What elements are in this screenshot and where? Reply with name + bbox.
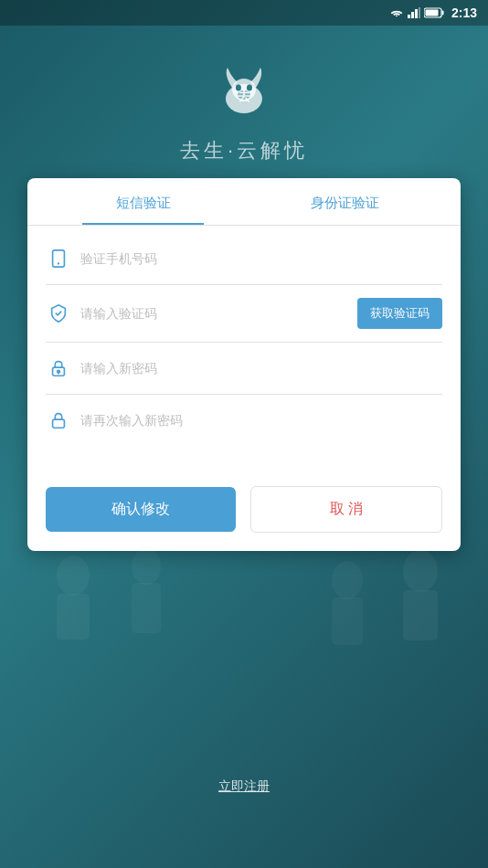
app-name: 去生·云解忧 bbox=[180, 137, 308, 164]
svg-rect-18 bbox=[332, 598, 363, 645]
status-icons: 2:13 bbox=[389, 5, 477, 20]
svg-rect-26 bbox=[53, 419, 65, 428]
tab-id-verify[interactable]: 身份证验证 bbox=[244, 178, 446, 225]
new-password-input[interactable] bbox=[80, 361, 442, 376]
newpass-field-row bbox=[46, 343, 442, 395]
svg-rect-16 bbox=[132, 583, 161, 633]
shield-icon bbox=[46, 301, 71, 326]
svg-rect-0 bbox=[408, 15, 410, 18]
svg-point-17 bbox=[332, 561, 363, 599]
phone-icon bbox=[46, 246, 71, 271]
wifi-icon bbox=[389, 7, 404, 18]
register-link[interactable]: 立即注册 bbox=[218, 778, 270, 795]
action-buttons: 确认修改 取 消 bbox=[27, 464, 461, 551]
tab-bar: 短信验证 身份证验证 bbox=[27, 178, 461, 226]
confirm-password-input[interactable] bbox=[80, 413, 442, 428]
signal-icon bbox=[408, 7, 420, 18]
phone-input[interactable] bbox=[80, 251, 442, 266]
lock-icon bbox=[46, 355, 71, 381]
status-bar: 2:13 bbox=[0, 0, 488, 26]
tab-sms[interactable]: 短信验证 bbox=[42, 178, 244, 225]
code-field-row: 获取验证码 bbox=[46, 285, 442, 343]
battery-icon bbox=[424, 7, 444, 18]
form-body: 获取验证码 bbox=[27, 226, 461, 464]
login-card: 短信验证 身份证验证 获取验 bbox=[27, 178, 461, 551]
svg-point-19 bbox=[403, 550, 438, 592]
app-logo-icon: 去 bbox=[207, 55, 281, 128]
cancel-button[interactable]: 取 消 bbox=[250, 486, 442, 533]
confirmpass-field-row bbox=[46, 395, 442, 446]
svg-point-15 bbox=[132, 548, 161, 585]
svg-rect-6 bbox=[425, 10, 438, 16]
time-display: 2:13 bbox=[451, 5, 477, 20]
svg-text:去: 去 bbox=[238, 89, 251, 103]
svg-point-13 bbox=[57, 556, 90, 596]
svg-rect-3 bbox=[419, 7, 420, 18]
get-code-button[interactable]: 获取验证码 bbox=[357, 298, 442, 329]
confirm-button[interactable]: 确认修改 bbox=[46, 487, 236, 532]
lock2-icon bbox=[46, 408, 71, 433]
code-input[interactable] bbox=[80, 306, 357, 321]
phone-field-row bbox=[46, 233, 442, 285]
svg-point-24 bbox=[58, 370, 60, 373]
svg-rect-2 bbox=[415, 9, 418, 18]
svg-rect-14 bbox=[57, 594, 90, 640]
svg-rect-5 bbox=[441, 11, 443, 16]
svg-rect-1 bbox=[411, 12, 414, 18]
app-logo-area: 去 去生·云解忧 bbox=[180, 55, 308, 164]
svg-rect-20 bbox=[403, 590, 438, 640]
